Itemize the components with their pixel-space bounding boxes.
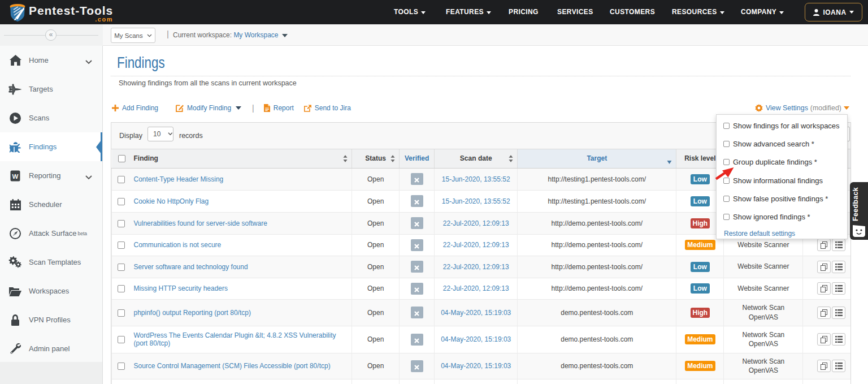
svg-text:W: W <box>12 172 19 179</box>
